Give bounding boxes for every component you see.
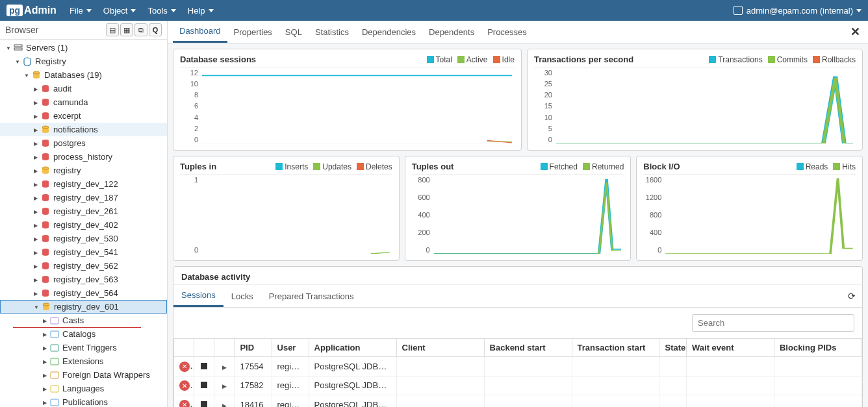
logo-badge: pg bbox=[6, 5, 23, 16]
tree-sub-extensions[interactable]: Extensions bbox=[0, 354, 167, 368]
browser-search[interactable]: Q bbox=[149, 23, 162, 36]
tree-sub-catalogs[interactable]: Catalogs bbox=[0, 327, 167, 341]
card-sessions: Database sessions Total Active Idle 1210… bbox=[173, 49, 522, 151]
main-tabs: Dashboard Properties SQL Statistics Depe… bbox=[168, 21, 868, 43]
browser-sidebar: Browser ▤ ▦ ⧉ Q Servers (1)RegistryDatab… bbox=[0, 21, 168, 407]
chart-block-io: 160012008004000 bbox=[643, 174, 856, 255]
card-sessions-title: Database sessions bbox=[180, 55, 256, 64]
col-action[interactable] bbox=[194, 339, 214, 357]
tree-db-registry_dev_530[interactable]: registry_dev_530 bbox=[0, 232, 167, 245]
chart-tuples-out: 8006004002000 bbox=[412, 174, 624, 255]
tab-dashboard[interactable]: Dashboard bbox=[173, 21, 227, 43]
col-PID[interactable]: PID bbox=[235, 339, 272, 357]
svg-rect-27 bbox=[51, 358, 58, 365]
tree-db-registry_dev_187[interactable]: registry_dev_187 bbox=[0, 191, 167, 204]
refresh-icon[interactable]: ⟳ bbox=[841, 287, 862, 305]
tab-properties[interactable]: Properties bbox=[227, 22, 279, 42]
expand-icon[interactable] bbox=[222, 362, 227, 371]
top-menubar: pg Admin File Object Tools Help admin@ep… bbox=[0, 0, 868, 21]
tree-db-registry_dev_562[interactable]: registry_dev_562 bbox=[0, 259, 167, 273]
tree-db-registry_dev_261[interactable]: registry_dev_261 bbox=[0, 204, 167, 218]
card-block-io: Block I/O Reads Hits 160012008004000 bbox=[636, 156, 863, 261]
activity-search-input[interactable] bbox=[692, 314, 854, 332]
tree-db-process_history[interactable]: process_history bbox=[0, 150, 167, 164]
stop-icon[interactable] bbox=[201, 363, 207, 369]
tree-db-audit[interactable]: audit bbox=[0, 82, 167, 95]
tree-db-excerpt[interactable]: excerpt bbox=[0, 109, 167, 123]
col-Backend start[interactable]: Backend start bbox=[484, 339, 572, 357]
menu-tools[interactable]: Tools bbox=[147, 6, 175, 16]
stop-icon[interactable] bbox=[201, 382, 207, 388]
browser-btn-2[interactable]: ▦ bbox=[120, 23, 133, 36]
activity-tab-prepared[interactable]: Prepared Transactions bbox=[261, 286, 362, 306]
table-row[interactable]: ✕17582registr…PostgreSQL JDBC Dr… bbox=[174, 376, 862, 395]
user-menu[interactable]: admin@epam.com (internal) bbox=[747, 6, 862, 16]
tree-db-registry_dev_122[interactable]: registry_dev_122 bbox=[0, 177, 167, 191]
tree-server-registry[interactable]: Registry bbox=[0, 55, 167, 68]
tab-dependencies[interactable]: Dependencies bbox=[355, 22, 422, 42]
tab-processes[interactable]: Processes bbox=[481, 22, 533, 42]
activity-tab-sessions[interactable]: Sessions bbox=[173, 285, 223, 307]
svg-rect-29 bbox=[51, 386, 58, 392]
menu-help[interactable]: Help bbox=[188, 6, 214, 16]
tab-sql[interactable]: SQL bbox=[279, 22, 309, 42]
card-tps-title: Transactions per second bbox=[534, 55, 633, 64]
col-Application[interactable]: Application bbox=[309, 339, 396, 357]
col-Client[interactable]: Client bbox=[396, 339, 484, 357]
col-User[interactable]: User bbox=[272, 339, 309, 357]
chart-sessions: 121086420 bbox=[180, 67, 515, 145]
menu-file[interactable]: File bbox=[70, 6, 92, 16]
col-action[interactable] bbox=[214, 339, 235, 357]
brand-name: Admin bbox=[24, 5, 57, 16]
tree-db-notifications[interactable]: notifications bbox=[0, 123, 167, 136]
tree-sub-publications[interactable]: Publications bbox=[0, 395, 167, 407]
table-row[interactable]: ✕18416registr…PostgreSQL JDBC Dr… bbox=[174, 395, 862, 408]
card-tps: Transactions per second Transactions Com… bbox=[527, 49, 863, 151]
tree-db-camunda[interactable]: camunda bbox=[0, 95, 167, 109]
menu-object[interactable]: Object bbox=[103, 6, 136, 16]
expand-icon[interactable] bbox=[222, 400, 227, 407]
col-State[interactable]: State bbox=[659, 339, 687, 357]
tree-servers[interactable]: Servers (1) bbox=[0, 41, 167, 55]
tree-db-registry_dev_541[interactable]: registry_dev_541 bbox=[0, 245, 167, 259]
browser-btn-3[interactable]: ⧉ bbox=[134, 23, 147, 36]
activity-title: Database activity bbox=[173, 267, 862, 285]
tree-db-registry_dev_563[interactable]: registry_dev_563 bbox=[0, 273, 167, 286]
tree-db-registry_dev_564[interactable]: registry_dev_564 bbox=[0, 286, 167, 300]
table-row[interactable]: ✕17554registr…PostgreSQL JDBC Dr… bbox=[174, 357, 862, 376]
tree-sub-casts[interactable]: Casts bbox=[0, 314, 167, 327]
terminate-icon[interactable]: ✕ bbox=[179, 380, 190, 391]
terminate-icon[interactable]: ✕ bbox=[179, 362, 190, 372]
expand-icon[interactable] bbox=[222, 380, 227, 390]
col-Wait event[interactable]: Wait event bbox=[687, 339, 774, 357]
chart-tps: 302520151050 bbox=[534, 67, 856, 145]
col-Transaction start[interactable]: Transaction start bbox=[572, 339, 659, 357]
svg-rect-26 bbox=[51, 345, 58, 351]
tree-db-registry[interactable]: registry bbox=[0, 164, 167, 177]
tree-sub-foreign-data-wrappers[interactable]: Foreign Data Wrappers bbox=[0, 368, 167, 382]
tree-sub-languages[interactable]: Languages bbox=[0, 382, 167, 395]
card-tuples-out: Tuples out Fetched Returned 800600400200… bbox=[405, 156, 632, 261]
terminate-icon[interactable]: ✕ bbox=[179, 400, 190, 408]
tree-db-postgres[interactable]: postgres bbox=[0, 136, 167, 150]
col-Blocking PIDs[interactable]: Blocking PIDs bbox=[774, 339, 862, 357]
svg-rect-30 bbox=[51, 399, 58, 406]
svg-rect-24 bbox=[51, 317, 58, 324]
card-tuples-in: Tuples in Inserts Updates Deletes 10 bbox=[173, 156, 400, 261]
tree-databases[interactable]: Databases (19) bbox=[0, 68, 167, 82]
tab-statistics[interactable]: Statistics bbox=[309, 22, 355, 42]
tree-db-registry_dev_402[interactable]: registry_dev_402 bbox=[0, 218, 167, 232]
stop-icon[interactable] bbox=[201, 401, 207, 407]
tab-dependents[interactable]: Dependents bbox=[422, 22, 481, 42]
activity-table: PIDUserApplicationClientBackend startTra… bbox=[173, 338, 862, 407]
close-panel-button[interactable]: ✕ bbox=[850, 25, 863, 39]
browser-btn-1[interactable]: ▤ bbox=[106, 23, 119, 36]
col-action[interactable] bbox=[174, 339, 194, 357]
activity-tab-locks[interactable]: Locks bbox=[223, 286, 261, 306]
object-tree[interactable]: Servers (1)RegistryDatabases (19)auditca… bbox=[0, 40, 167, 407]
tree-db-registry_dev_601[interactable]: registry_dev_601 bbox=[0, 300, 167, 314]
svg-rect-28 bbox=[51, 372, 58, 378]
chart-tuples-in: 10 bbox=[180, 174, 392, 255]
svg-line-35 bbox=[371, 253, 390, 254]
tree-sub-event-triggers[interactable]: Event Triggers bbox=[0, 341, 167, 354]
